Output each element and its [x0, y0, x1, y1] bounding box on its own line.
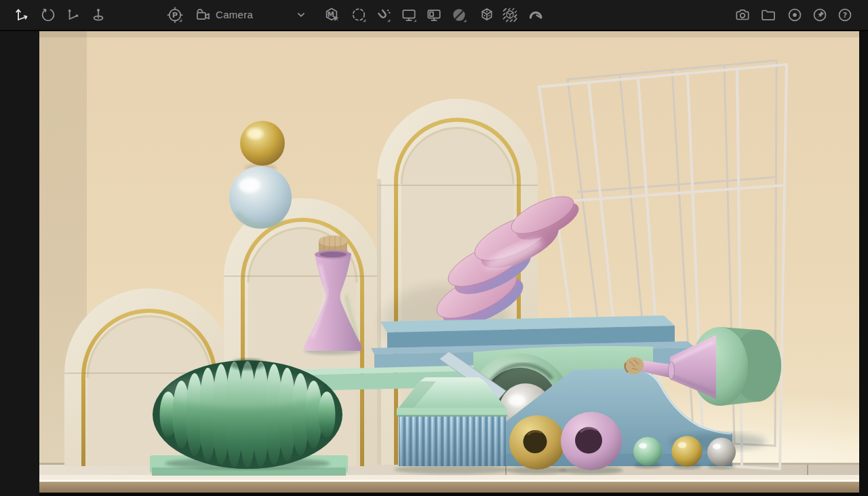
placement-icon: [90, 6, 107, 24]
viewport-right-frame: [859, 31, 868, 496]
video-camera-icon: [195, 6, 212, 24]
green-ball[interactable]: [633, 437, 662, 465]
silver-ball[interactable]: [707, 438, 736, 466]
material-hexagon-icon: M: [323, 6, 340, 24]
dashed-circle-icon: [350, 6, 368, 24]
rotate-icon: [39, 6, 57, 24]
marquee-select-button[interactable]: [349, 5, 369, 25]
shading-toggle-button[interactable]: [449, 5, 469, 25]
record-button[interactable]: [785, 5, 805, 25]
magnet-icon: [374, 6, 392, 24]
camera-button[interactable]: [193, 5, 214, 25]
gold-ball[interactable]: [672, 436, 703, 467]
material-mode-button[interactable]: M: [321, 5, 342, 25]
folder-icon: [760, 6, 777, 24]
cube-mode-button[interactable]: [477, 5, 497, 25]
svg-text:M: M: [328, 10, 334, 18]
display-panel-button[interactable]: [424, 5, 444, 25]
scale-icon: [64, 6, 82, 24]
help-button[interactable]: ?: [835, 5, 855, 25]
bounding-cube-button[interactable]: [500, 5, 520, 25]
toolbar: P Camera M: [0, 0, 868, 31]
striped-cylinder-box[interactable]: [394, 377, 511, 474]
photo-camera-icon: [734, 6, 751, 24]
chevron-down-icon: [292, 6, 310, 24]
gauge-icon: [527, 6, 545, 24]
pin-button[interactable]: [810, 5, 830, 25]
display-mode-button[interactable]: [399, 5, 419, 25]
snapshot-button[interactable]: [732, 5, 753, 25]
monitor-icon: [400, 6, 418, 24]
render-viewport[interactable]: [39, 31, 859, 496]
decor-balls[interactable]: [633, 436, 736, 470]
projection-button[interactable]: P: [165, 5, 185, 25]
gold-sphere[interactable]: [240, 121, 285, 166]
folder-button[interactable]: [758, 5, 778, 25]
slashed-circle-icon: [450, 6, 468, 24]
camera-view-label: Camera: [216, 0, 253, 30]
svg-text:P: P: [172, 10, 178, 20]
record-dot-icon: [786, 6, 804, 24]
pushpin-circle-icon: [811, 6, 829, 24]
snap-button[interactable]: [373, 5, 393, 25]
rotate-tool-button[interactable]: [38, 5, 58, 25]
help-icon: ?: [836, 6, 854, 24]
move-icon: [14, 6, 31, 24]
svg-text:?: ?: [843, 10, 848, 20]
monitor-panel-icon: [425, 6, 443, 24]
placement-tool-button[interactable]: [88, 5, 108, 25]
camera-dropdown-button[interactable]: [291, 5, 311, 25]
move-tool-button[interactable]: [12, 5, 33, 25]
scale-tool-button[interactable]: [63, 5, 83, 25]
performance-button[interactable]: [526, 5, 546, 25]
scene-canvas[interactable]: [39, 31, 859, 496]
projection-p-icon: P: [166, 6, 184, 24]
cube-die-icon: [478, 6, 496, 24]
viewport-left-frame: [0, 31, 39, 496]
hatched-cube-icon: [501, 6, 519, 24]
